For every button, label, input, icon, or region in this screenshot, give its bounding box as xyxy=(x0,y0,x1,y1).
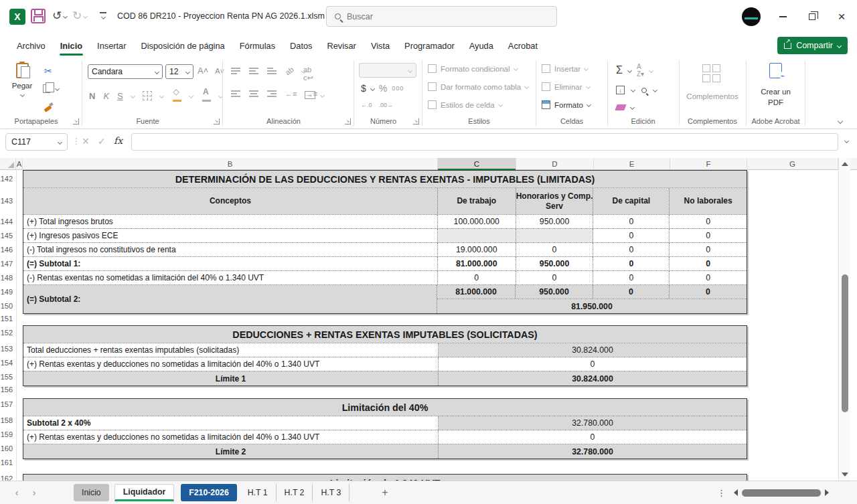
save-icon[interactable] xyxy=(31,9,46,23)
clipboard-dialog-launcher-icon[interactable] xyxy=(73,118,79,124)
row-label-cell[interactable]: (+) Total ingresos brutos xyxy=(23,215,438,228)
value-cell[interactable]: 100.000.000 xyxy=(438,215,516,228)
sheet-grid[interactable]: 1421431441451461471481491501511521531541… xyxy=(0,170,838,481)
wrap-text-button[interactable]: abc↩ xyxy=(303,66,313,82)
align-bottom-icon[interactable] xyxy=(267,68,277,74)
align-top-icon[interactable] xyxy=(231,68,240,74)
number-format-combo[interactable] xyxy=(359,63,416,78)
ribbon-tab-programador[interactable]: Programador xyxy=(397,33,462,58)
ribbon-tab-archivo[interactable]: Archivo xyxy=(9,33,53,58)
ribbon-tab-disposici-n-de-p-gina[interactable]: Disposición de página xyxy=(133,33,232,58)
undo-dropdown-icon[interactable] xyxy=(63,14,68,19)
cell-styles-button[interactable]: Estilos de celda xyxy=(428,100,502,109)
row-number-155[interactable]: 155 xyxy=(0,369,16,384)
scroll-right-icon[interactable] xyxy=(825,489,829,496)
italic-button[interactable]: K xyxy=(103,91,109,101)
value-cell[interactable]: 0 xyxy=(670,271,747,284)
sheet-nav-left-icon[interactable]: ‹ xyxy=(8,487,25,498)
align-middle-icon[interactable] xyxy=(249,68,258,74)
fill-dropdown-icon[interactable] xyxy=(631,88,635,92)
conditional-formatting-button[interactable]: Formato condicional xyxy=(428,64,518,73)
header-cell[interactable]: No laborales xyxy=(670,188,747,214)
select-all-corner[interactable] xyxy=(0,158,16,169)
sheet-tab-liquidador[interactable]: Liquidador xyxy=(114,484,175,501)
orientation-icon[interactable]: ab xyxy=(284,66,295,77)
fill-down-icon[interactable]: ↓ xyxy=(616,86,625,94)
delete-cells-button[interactable]: Eliminar xyxy=(542,82,590,91)
formula-input[interactable] xyxy=(131,133,838,151)
autosum-dropdown-icon[interactable] xyxy=(627,68,632,72)
fill-color-dropdown-icon[interactable] xyxy=(189,93,193,98)
value-cell[interactable]: 0 xyxy=(593,285,670,299)
number-dialog-launcher-icon[interactable] xyxy=(413,118,419,124)
create-pdf-button[interactable] xyxy=(747,63,805,78)
row-number-161[interactable]: 161 xyxy=(0,455,16,470)
format-painter-button[interactable] xyxy=(44,103,53,112)
merged-value-cell[interactable]: 0 xyxy=(439,357,747,371)
row-number-151[interactable]: 151 xyxy=(0,313,16,324)
ribbon-tab-vista[interactable]: Vista xyxy=(364,33,397,58)
user-avatar[interactable] xyxy=(742,7,761,26)
autosum-button[interactable]: Σ xyxy=(616,64,623,76)
row-number-159[interactable]: 159 xyxy=(0,427,16,441)
value-cell[interactable]: 0 xyxy=(593,243,670,256)
scroll-down-icon[interactable] xyxy=(842,473,848,477)
value-cell[interactable]: 950.000 xyxy=(516,215,594,228)
value-cell[interactable]: 0 xyxy=(670,243,747,256)
sort-filter-icon[interactable]: AZ▾ xyxy=(637,63,644,78)
ribbon-tab-datos[interactable]: Datos xyxy=(283,33,319,58)
row-label-cell[interactable]: Límite 2 xyxy=(23,444,439,458)
column-header-A[interactable]: A xyxy=(16,158,23,169)
row-label-cell[interactable]: (-) Rentas exentas no sometidas a limita… xyxy=(23,271,438,284)
header-cell[interactable]: Conceptos xyxy=(23,188,438,214)
sheet-tab-h-t-2[interactable]: H.T 2 xyxy=(277,484,313,501)
cut-button[interactable]: ✂ xyxy=(44,66,52,76)
row-label-cell[interactable]: (=) Subtotal 1: xyxy=(23,257,438,270)
sheet-tab-h-t-1[interactable]: H.T 1 xyxy=(240,484,277,501)
ribbon-tab-insertar[interactable]: Insertar xyxy=(90,33,133,58)
vertical-scroll-thumb[interactable] xyxy=(842,274,848,412)
clear-icon[interactable] xyxy=(615,104,626,110)
column-header-F[interactable]: F xyxy=(670,158,747,169)
merged-value-cell[interactable]: 30.824.000 xyxy=(439,371,747,386)
row-label-cell[interactable]: (+) Rentas exentas y deducciones no some… xyxy=(23,357,439,371)
header-cell[interactable]: De trabajo xyxy=(438,188,516,214)
row-number-158[interactable]: 158 xyxy=(0,413,16,427)
row-number-152[interactable]: 152 xyxy=(0,324,16,341)
row-number-145[interactable]: 145 xyxy=(0,228,16,242)
column-header-B[interactable]: B xyxy=(23,158,438,169)
value-cell[interactable]: 0 xyxy=(593,229,670,242)
value-cell[interactable]: 950.000 xyxy=(516,285,593,299)
font-color-button[interactable]: A xyxy=(201,88,211,103)
font-name-combo[interactable]: Candara xyxy=(88,64,163,79)
confirm-entry-icon[interactable]: ✓ xyxy=(98,136,106,147)
decrease-indent-icon[interactable]: ←≡ xyxy=(285,90,297,98)
ribbon-tab-inicio[interactable]: Inicio xyxy=(53,33,90,58)
formula-bar-expand-icon[interactable] xyxy=(844,139,849,143)
insert-function-icon[interactable]: fx xyxy=(114,135,123,146)
row-number-157[interactable]: 157 xyxy=(0,396,16,413)
decrease-decimal-icon[interactable]: .00→ xyxy=(379,102,394,108)
ribbon-tab-revisar[interactable]: Revisar xyxy=(319,33,363,58)
value-cell[interactable]: 0 xyxy=(670,257,747,270)
row-number-147[interactable]: 147 xyxy=(0,256,16,270)
row-label-cell[interactable]: (+) Rentas exentas y deducciones no some… xyxy=(23,430,439,444)
format-cells-button[interactable]: Formato xyxy=(542,100,591,109)
table-title[interactable]: Limitación del 40% xyxy=(23,399,747,416)
value-cell[interactable]: 0 xyxy=(438,271,516,284)
value-cell[interactable]: 0 xyxy=(516,243,594,256)
align-right-icon[interactable] xyxy=(267,90,277,97)
align-center-icon[interactable] xyxy=(249,90,258,97)
redo-icon[interactable]: ↻ xyxy=(72,9,82,23)
merged-value-cell[interactable]: 32.780.000 xyxy=(439,444,747,458)
find-dropdown-icon[interactable] xyxy=(653,88,657,92)
increase-decimal-icon[interactable]: ←.0 xyxy=(361,102,372,108)
font-dialog-launcher-icon[interactable] xyxy=(214,118,220,124)
ribbon-tab-ayuda[interactable]: Ayuda xyxy=(462,33,501,58)
subtotal2-total-cell[interactable]: 81.950.000 xyxy=(437,299,747,313)
scroll-left-icon[interactable] xyxy=(734,489,738,496)
increase-font-icon[interactable]: A˄ xyxy=(198,66,208,76)
alignment-dialog-launcher-icon[interactable] xyxy=(345,118,351,124)
paste-button[interactable]: Pegar xyxy=(8,63,36,98)
sheet-nav-right-icon[interactable]: › xyxy=(25,487,43,498)
